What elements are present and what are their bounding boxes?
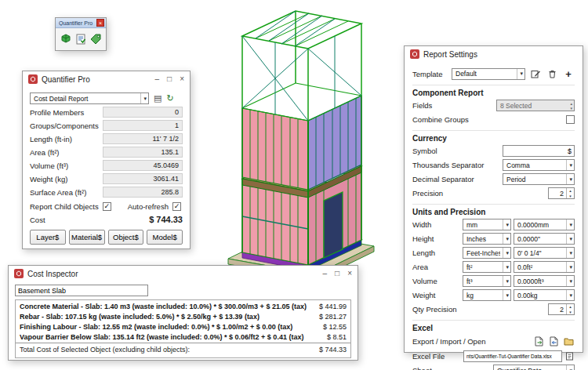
field-value: 45.0469 (103, 160, 183, 171)
fields-label: Fields (412, 101, 432, 110)
qty-precision-label: Qty Precision (412, 305, 457, 314)
minimize-icon[interactable]: – (155, 75, 160, 83)
dropdown-arrow-icon: ▾ (503, 234, 509, 244)
height-label: Height (412, 234, 434, 243)
qty-precision-value: 2 (549, 304, 566, 314)
report-child-objects-checkbox[interactable]: ✓ (103, 202, 111, 211)
field-label: Length (ft-in) (30, 135, 72, 143)
cost-row-desc: Vapour Barrier Below Slab: 135.14 ft2 (w… (20, 332, 303, 343)
add-template-icon[interactable]: + (562, 67, 575, 80)
sheet-value: Quantifier Data (497, 367, 542, 370)
dropdown-arrow-icon: ▾ (566, 276, 572, 286)
models-cost-button[interactable]: Model$ (147, 230, 183, 245)
dropdown-arrow-icon: ▾ (566, 365, 572, 370)
close-icon[interactable]: × (180, 75, 184, 83)
report-settings-title: Report Settings (423, 50, 477, 59)
width-format-select[interactable]: 0.0000mm▾ (514, 219, 575, 230)
field-value: 0 (103, 107, 183, 118)
spin-down-icon[interactable]: ▾ (567, 310, 574, 315)
template-select[interactable]: Default ▾ (452, 68, 525, 80)
decimal-separator-value: Period (506, 176, 526, 183)
cost-row-amount: $ 441.99 (319, 302, 347, 312)
object-name-input[interactable] (15, 285, 148, 296)
cost-inspector-titlebar[interactable]: Cost Inspector – □ × (9, 266, 358, 281)
height-unit-select[interactable]: Inches▾ (463, 233, 511, 245)
thousands-separator-select[interactable]: Comma ▾ (503, 159, 575, 171)
3d-building-model (198, 3, 404, 284)
quantifier-pro-window: Quantifier Pro – □ × Cost Detail Report … (22, 71, 191, 249)
model-viewport[interactable] (198, 3, 404, 284)
quantifier-titlebar[interactable]: Quantifier Pro – □ × (23, 71, 190, 87)
dropdown-arrow-icon: ▾ (140, 93, 147, 103)
toolbar-titlebar[interactable]: Quantifier Pro × (56, 18, 106, 28)
sheet-select[interactable]: Quantifier Data ▾ (493, 365, 575, 370)
volume-format-select[interactable]: 0.0000ft³▾ (514, 275, 575, 287)
decimal-separator-select[interactable]: Period ▾ (503, 173, 575, 185)
area-unit-select[interactable]: ft²▾ (463, 261, 511, 273)
minimize-icon[interactable]: – (323, 270, 328, 278)
report-type-value: Cost Detail Report (34, 95, 88, 103)
toolbar-close-icon[interactable]: × (96, 19, 104, 27)
export-icon[interactable] (532, 335, 545, 347)
cost-row: Finishing Labour - Slab: 12.55 m2 (waste… (16, 322, 350, 332)
width-unit-select[interactable]: mm▾ (463, 219, 511, 230)
quantifier-pro-tool-icon[interactable] (60, 33, 72, 45)
check-icon: ✓ (103, 203, 110, 210)
length-format-select[interactable]: 0' 0 1/4"▾ (514, 247, 575, 259)
auto-refresh-checkbox[interactable]: ✓ (172, 202, 181, 211)
excel-file-input[interactable] (463, 350, 562, 362)
maximize-icon[interactable]: □ (335, 270, 339, 278)
cost-breakdown-table: Concrete Material - Slab: 1.40 m3 (waste… (15, 299, 351, 358)
precision-spinner[interactable]: 2 ▴▾ (548, 187, 575, 199)
quantifier-toolbar: Quantifier Pro × (55, 17, 107, 51)
fields-select[interactable]: 8 Selected ▴▾ (496, 100, 575, 111)
dropdown-arrow-icon: ▾ (503, 248, 509, 258)
materials-cost-button[interactable]: Material$ (69, 230, 105, 245)
weight-format-select[interactable]: 0.00kg▾ (514, 289, 575, 301)
height-format-select[interactable]: 0.0000"▾ (514, 233, 575, 245)
layers-cost-button[interactable]: Layer$ (30, 230, 66, 245)
symbol-label: Symbol (412, 147, 437, 155)
dropdown-arrow-icon: ▾ (566, 248, 572, 258)
cost-inspector-title: Cost Inspector (27, 270, 78, 278)
open-file-icon[interactable] (562, 335, 575, 347)
close-icon[interactable]: × (347, 270, 352, 278)
cost-row-desc: Rebar - Slab: 107.15 kg (waste included:… (20, 312, 260, 322)
field-value: 3061.41 (103, 173, 183, 184)
edit-template-icon[interactable] (529, 67, 542, 80)
volume-label: Volume (412, 277, 437, 285)
combine-groups-checkbox[interactable] (566, 115, 575, 124)
auto-refresh-label: Auto-refresh (128, 202, 169, 211)
length-unit-value: Feet-Inches / (466, 249, 500, 257)
width-label: Width (412, 220, 431, 229)
area-format-value: 0.0ft² (517, 263, 532, 271)
currency-symbol-input[interactable] (503, 145, 575, 157)
combine-groups-label: Combine Groups (412, 115, 469, 124)
upper-left-wall (242, 108, 308, 190)
cost-row-amount: $ 281.27 (319, 312, 347, 322)
component-report-header: Component Report (412, 85, 575, 97)
qty-precision-spinner[interactable]: 2 ▴▾ (548, 303, 575, 315)
browse-file-icon[interactable] (564, 350, 575, 362)
cost-inspector-tool-icon[interactable] (89, 33, 102, 45)
field-label: Area (ft²) (30, 148, 59, 157)
refresh-icon[interactable]: ↻ (166, 93, 173, 103)
spin-down-icon[interactable]: ▾ (567, 194, 574, 199)
import-icon[interactable] (547, 335, 560, 347)
cost-row: Rebar - Slab: 107.15 kg (waste included:… (16, 312, 350, 322)
dropdown-arrow-icon: ▾ (503, 262, 509, 272)
delete-template-icon[interactable] (546, 67, 558, 80)
length-unit-select[interactable]: Feet-Inches /▾ (463, 247, 511, 259)
area-format-select[interactable]: 0.0ft²▾ (514, 261, 575, 273)
report-settings-titlebar[interactable]: Report Settings (405, 46, 583, 62)
report-type-select[interactable]: Cost Detail Report ▾ (30, 92, 149, 104)
objects-cost-button[interactable]: Object$ (108, 230, 144, 245)
run-report-icon[interactable]: ▤ (154, 93, 162, 103)
report-child-objects-label: Report Child Objects (30, 202, 99, 211)
volume-unit-select[interactable]: ft³▾ (463, 275, 511, 287)
maximize-icon[interactable]: □ (167, 75, 172, 83)
report-settings-tool-icon[interactable] (74, 33, 87, 45)
weight-format-value: 0.00kg (517, 292, 538, 299)
field-label: Volume (ft³) (30, 161, 68, 170)
weight-unit-select[interactable]: kg▾ (463, 289, 511, 301)
